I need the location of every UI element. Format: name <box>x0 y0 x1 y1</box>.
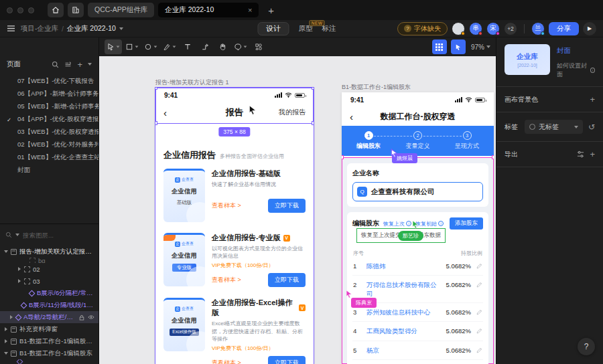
caret-right-icon[interactable] <box>18 267 21 271</box>
caret-down-icon[interactable] <box>4 250 8 253</box>
report-card[interactable]: 企企查查 企业信用 Excel操作版 企业信用报告-Excel操作版V Exce… <box>163 298 306 364</box>
shareholder-row[interactable]: 1 陈德炜 5.0682% <box>352 257 483 276</box>
frame1-canvas-label[interactable]: 报告-增加关联方认定报告 1 <box>155 78 229 87</box>
tab-component-library[interactable]: QCC-APP组件库 <box>88 3 154 17</box>
back-icon[interactable]: ‹ <box>350 112 353 122</box>
shareholder-name-link[interactable]: 杨京 <box>366 347 440 355</box>
selection-handle[interactable] <box>155 88 157 90</box>
font-missing-warning[interactable]: ? 字体缺失 <box>397 22 448 35</box>
chevron-down-icon[interactable] <box>244 46 247 48</box>
search-icon[interactable] <box>52 61 59 68</box>
chevron-down-icon[interactable] <box>119 27 123 30</box>
layer-row-clipped[interactable]: bg <box>0 258 98 263</box>
info-icon[interactable]: i <box>590 68 595 73</box>
help-button[interactable]: ? <box>578 338 595 355</box>
download-button[interactable]: 立即下载 <box>268 199 306 213</box>
view-sample-link[interactable]: 查看样本 > <box>212 359 241 364</box>
pen-tool[interactable] <box>161 39 178 54</box>
layer-row[interactable]: 补充资料弹窗 <box>0 323 98 335</box>
connector-tool[interactable] <box>197 39 213 54</box>
chevron-down-icon[interactable] <box>117 46 120 48</box>
layer-row[interactable]: 02 <box>0 263 98 275</box>
mode-annotate[interactable]: 标注 <box>322 24 336 33</box>
frame2-data-workbench-screen[interactable]: 9:41 ‹ 数据工作台-股权穿透 1 编辑股东 2 变量定义 3 呈现方式 <box>342 92 494 364</box>
step-edit-shareholders[interactable]: 1 编辑股东 <box>356 131 381 151</box>
comment-tool[interactable] <box>232 39 249 54</box>
shape-tool[interactable] <box>142 39 159 54</box>
add-page-icon[interactable]: + <box>77 60 82 69</box>
back-icon[interactable]: ‹ <box>163 108 167 118</box>
layer-row-component[interactable]: B展示/6分隔栏/常规/10pt <box>0 287 98 299</box>
page-item[interactable]: 01【WEB】-优化-企查查主站... <box>0 151 98 164</box>
mode-prototype[interactable]: 原型NEW <box>298 24 312 33</box>
page-item[interactable]: 06【APP】-新增-会计师事务所... <box>0 88 98 100</box>
text-tool[interactable] <box>180 39 196 54</box>
layer-row[interactable]: B1-数据工作台-1编辑股东 1 <box>0 335 98 347</box>
layer-row-selected[interactable]: A导航/2导航栏/文... <box>0 311 98 323</box>
home-button[interactable] <box>48 3 64 17</box>
selection-handle[interactable] <box>312 88 314 90</box>
window-controls[interactable] <box>7 7 34 13</box>
page-list-icon[interactable] <box>64 61 72 68</box>
avatar-self[interactable]: 兰 <box>531 22 545 35</box>
avatar[interactable] <box>452 22 465 35</box>
shareholder-name-link[interactable]: 苏州知彼信息科技中心 <box>366 308 440 316</box>
hand-tool[interactable] <box>214 39 230 54</box>
edit-icon[interactable] <box>476 263 482 269</box>
shareholder-row[interactable]: 6 深圳前海凝石鼎天投资合伙企业（有限合伙） 5.0682% <box>352 360 483 364</box>
selection-handle[interactable] <box>155 121 157 125</box>
download-button[interactable]: 立即下载 <box>268 356 306 364</box>
page-item[interactable]: 03【WEB】-优化-股权穿透报... <box>0 126 98 139</box>
zoom-level[interactable]: 97% <box>471 43 490 51</box>
report-card[interactable]: 企企查查 企业信用 专业版 企业信用报告-专业版V 以可视化图表方式呈现全方位的… <box>163 233 306 287</box>
shareholder-name-link[interactable]: 万得信息技术股份有限公司 <box>366 281 440 298</box>
design-canvas[interactable]: 报告-增加关联方认定报告 1 9:41 ‹ 报告 我的报告 375 × 88 企… <box>99 56 496 364</box>
restore-last-link[interactable]: 恢复上次i <box>383 220 411 227</box>
frame2-canvas-label[interactable]: B1-数据工作台-1编辑股东 <box>342 83 411 92</box>
collapse-pages-icon[interactable] <box>88 63 92 66</box>
view-sample-link[interactable]: 查看样本 > <box>212 276 241 284</box>
lock-icon[interactable] <box>79 314 84 321</box>
reset-icon[interactable]: ↺ <box>588 122 595 132</box>
page-item[interactable]: 05【WEB】-新增-会计师事务... <box>0 100 98 113</box>
tab-current-file[interactable]: 企业库 2022-10 × <box>158 3 259 17</box>
download-button[interactable]: 立即下载 <box>268 273 306 287</box>
layer-search[interactable] <box>5 229 93 241</box>
chevron-down-icon[interactable] <box>15 234 19 236</box>
resources-tool[interactable] <box>251 39 267 54</box>
add-export-icon[interactable]: + <box>590 149 595 159</box>
edit-icon[interactable] <box>476 309 482 315</box>
frame-tool[interactable] <box>123 39 141 54</box>
hamburger-menu-icon[interactable] <box>7 25 15 32</box>
avatar[interactable]: 串 <box>469 22 482 35</box>
shareholder-name-link[interactable]: 陈德炜 <box>366 262 440 270</box>
tag-dropdown[interactable]: 无标签 <box>525 120 583 134</box>
caret-down-icon[interactable] <box>4 352 8 355</box>
view-sample-link[interactable]: 查看样本 > <box>212 201 241 210</box>
add-bg-color-icon[interactable]: + <box>590 94 595 104</box>
add-shareholder-button[interactable]: 添加股东 <box>450 217 483 230</box>
workspace-button[interactable] <box>68 3 84 17</box>
cover-thumbnail[interactable]: 企业库 [2022-10] <box>505 44 550 75</box>
caret-right-icon[interactable] <box>10 315 13 319</box>
page-item[interactable]: 封面 <box>0 164 98 177</box>
layer-row[interactable]: 03 <box>0 275 98 287</box>
export-settings-icon[interactable] <box>577 151 584 158</box>
frame1-report-screen[interactable]: 9:41 ‹ 报告 我的报告 375 × 88 企业信用报告 多种报告全面评估企… <box>155 88 314 364</box>
caret-right-icon[interactable] <box>5 339 7 343</box>
caret-right-icon[interactable] <box>5 327 7 331</box>
breadcrumb[interactable]: 项目-企业库 / 企业库 2022-10 <box>21 24 123 33</box>
shareholder-row[interactable]: 4 工商风险类型得分 5.0682% <box>352 322 483 341</box>
company-input[interactable]: Q 企查查科技有限公司 <box>352 182 483 201</box>
edit-icon[interactable] <box>476 282 482 288</box>
step-presentation[interactable]: 3 呈现方式 <box>455 131 479 151</box>
cover-link[interactable]: 封面 <box>557 46 595 56</box>
avatar-overflow[interactable]: +2 <box>504 22 517 35</box>
edit-icon[interactable] <box>476 328 482 334</box>
close-tab-icon[interactable]: × <box>248 6 252 14</box>
nav-my-reports-link[interactable]: 我的报告 <box>279 108 306 117</box>
share-button[interactable]: 分享 <box>549 22 579 35</box>
mode-design[interactable]: 设计 <box>257 22 289 35</box>
edit-icon[interactable] <box>476 347 482 353</box>
shareholder-name-link[interactable]: 工商风险类型得分 <box>366 327 440 335</box>
